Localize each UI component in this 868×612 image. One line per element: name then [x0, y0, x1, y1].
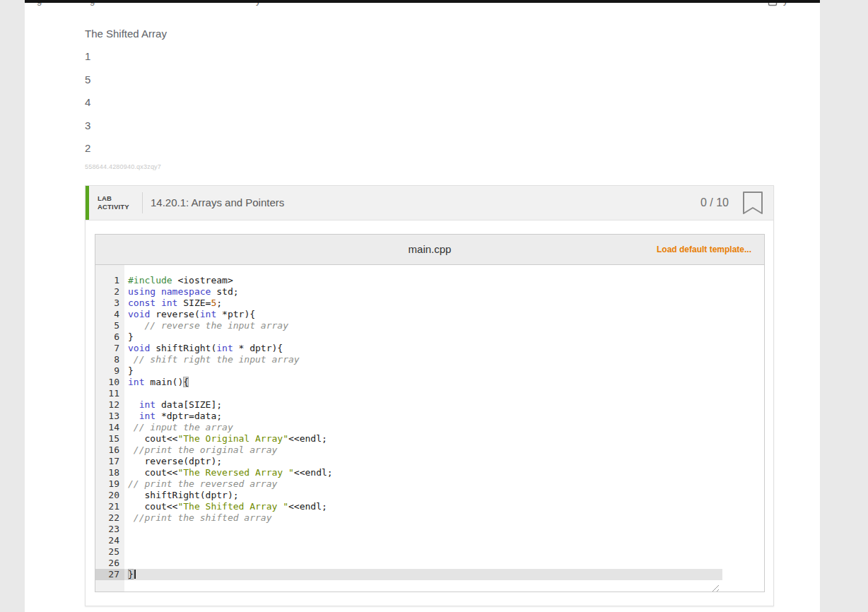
- code-line-text[interactable]: int *dptr=data;: [124, 411, 222, 422]
- code-row[interactable]: 16 //print the original array: [95, 445, 764, 456]
- code-row[interactable]: 11: [95, 388, 764, 399]
- line-number: 9: [95, 365, 124, 377]
- header-divider: [142, 192, 143, 213]
- editor-header: main.cpp Load default template...: [95, 235, 764, 265]
- code-line-text[interactable]: // reverse the input array: [124, 320, 288, 331]
- line-number: 15: [95, 433, 124, 445]
- line-number: 16: [95, 445, 124, 456]
- code-line-text[interactable]: [124, 535, 128, 546]
- line-number: 22: [95, 512, 124, 524]
- code-line-text[interactable]: #include <iostream>: [124, 275, 233, 286]
- line-number: 8: [95, 354, 124, 365]
- code-row[interactable]: 12 int data[SIZE];: [95, 399, 764, 411]
- text-cursor: [134, 570, 136, 579]
- code-line-text[interactable]: [124, 524, 128, 535]
- program-output: The Shifted Array15432: [85, 23, 167, 160]
- code-row[interactable]: 5 // reverse the input array: [95, 320, 764, 331]
- code-row[interactable]: 1#include <iostream>: [95, 275, 764, 286]
- load-default-template-link[interactable]: Load default template...: [657, 235, 751, 264]
- code-line-text[interactable]: reverse(dptr);: [124, 456, 222, 467]
- code-row[interactable]: 6}: [95, 331, 764, 343]
- code-line-text[interactable]: [124, 546, 128, 558]
- line-number: 17: [95, 456, 124, 467]
- line-number: 13: [95, 411, 124, 422]
- code-line-text[interactable]: shiftRight(dptr);: [124, 490, 239, 501]
- line-number: 1: [95, 275, 124, 286]
- output-line: 5: [85, 69, 167, 91]
- line-number: 7: [95, 343, 124, 354]
- content-card: g g y y The Shifted Array15432 558644.42…: [25, 0, 820, 612]
- code-line-text[interactable]: void shiftRight(int * dptr){: [124, 343, 283, 354]
- code-row[interactable]: 4void reverse(int *ptr){: [95, 309, 764, 320]
- output-line: 4: [85, 91, 167, 114]
- code-row[interactable]: 24: [95, 535, 764, 546]
- lab-activity-title: 14.20.1: Arrays and Pointers: [151, 186, 284, 220]
- code-row[interactable]: 7void shiftRight(int * dptr){: [95, 343, 764, 354]
- code-line-text[interactable]: const int SIZE=5;: [124, 298, 222, 309]
- line-number: 19: [95, 478, 124, 490]
- line-number: 5: [95, 320, 124, 331]
- code-row[interactable]: 25: [95, 546, 764, 558]
- line-number: 24: [95, 535, 124, 546]
- code-row[interactable]: 19// print the reversed array: [95, 478, 764, 490]
- code-line-text[interactable]: cout<<"The Original Array"<<endl;: [124, 433, 327, 445]
- top-toolbar-strip: g g y y: [25, 0, 820, 16]
- output-line: The Shifted Array: [85, 23, 167, 45]
- code-line-text[interactable]: // input the array: [124, 422, 233, 433]
- output-line: 1: [85, 45, 167, 68]
- code-editor[interactable]: main.cpp Load default template... 1#incl…: [95, 234, 765, 592]
- output-line: 2: [85, 137, 167, 160]
- top-divider-bar: [25, 0, 820, 3]
- code-row[interactable]: 26: [95, 558, 764, 569]
- code-row[interactable]: 15 cout<<"The Original Array"<<endl;: [95, 433, 764, 445]
- lab-badge-line: LAB: [98, 194, 129, 203]
- lab-activity-header: LABACTIVITY 14.20.1: Arrays and Pointers…: [86, 186, 773, 220]
- code-line-text[interactable]: void reverse(int *ptr){: [124, 309, 255, 320]
- lab-score: 0 / 10: [700, 186, 729, 220]
- code-line-text[interactable]: [124, 388, 128, 399]
- line-number: 21: [95, 501, 124, 512]
- lab-badge-line: ACTIVITY: [98, 203, 129, 211]
- code-line-text[interactable]: int main(){: [124, 377, 189, 388]
- code-row[interactable]: 17 reverse(dptr);: [95, 456, 764, 467]
- line-number: 14: [95, 422, 124, 433]
- code-row[interactable]: 13 int *dptr=data;: [95, 411, 764, 422]
- line-number: 10: [95, 377, 124, 388]
- lab-flag-icon: [741, 190, 764, 216]
- line-number: 23: [95, 524, 124, 535]
- editor-body[interactable]: 1#include <iostream>2using namespace std…: [95, 265, 764, 592]
- code-row[interactable]: 22 //print the shifted array: [95, 512, 764, 524]
- code-row[interactable]: 20 shiftRight(dptr);: [95, 490, 764, 501]
- code-line-text[interactable]: }: [124, 331, 134, 343]
- output-line: 3: [85, 114, 167, 137]
- code-line-text[interactable]: //print the shifted array: [124, 512, 272, 524]
- code-row[interactable]: 27}: [95, 569, 764, 580]
- code-row[interactable]: 18 cout<<"The Reversed Array "<<endl;: [95, 467, 764, 478]
- line-number: 4: [95, 309, 124, 320]
- lab-activity-badge: LABACTIVITY: [98, 194, 129, 211]
- line-number: 12: [95, 399, 124, 411]
- code-row[interactable]: 8 // shift right the input array: [95, 354, 764, 365]
- code-row[interactable]: 3const int SIZE=5;: [95, 298, 764, 309]
- code-line-text[interactable]: using namespace std;: [124, 286, 239, 298]
- code-line-text[interactable]: }: [124, 569, 136, 580]
- code-line-text[interactable]: cout<<"The Shifted Array "<<endl;: [124, 501, 327, 512]
- lab-activity-card: LABACTIVITY 14.20.1: Arrays and Pointers…: [85, 185, 774, 606]
- code-line-text[interactable]: }: [124, 365, 134, 377]
- code-row[interactable]: 23: [95, 524, 764, 535]
- code-line-text[interactable]: // shift right the input array: [124, 354, 300, 365]
- code-row[interactable]: 9}: [95, 365, 764, 377]
- line-number: 27: [95, 569, 124, 580]
- code-lines[interactable]: 1#include <iostream>2using namespace std…: [95, 275, 764, 580]
- code-row[interactable]: 10int main(){: [95, 377, 764, 388]
- code-line-text[interactable]: //print the original array: [124, 445, 277, 456]
- code-row[interactable]: 14 // input the array: [95, 422, 764, 433]
- code-line-text[interactable]: // print the reversed array: [124, 478, 277, 490]
- code-row[interactable]: 21 cout<<"The Shifted Array "<<endl;: [95, 501, 764, 512]
- line-number: 3: [95, 298, 124, 309]
- code-line-text[interactable]: int data[SIZE];: [124, 399, 222, 411]
- code-row[interactable]: 2using namespace std;: [95, 286, 764, 298]
- code-line-text[interactable]: cout<<"The Reversed Array "<<endl;: [124, 467, 333, 478]
- code-line-text[interactable]: [124, 558, 128, 569]
- editor-resize-handle[interactable]: [710, 583, 719, 592]
